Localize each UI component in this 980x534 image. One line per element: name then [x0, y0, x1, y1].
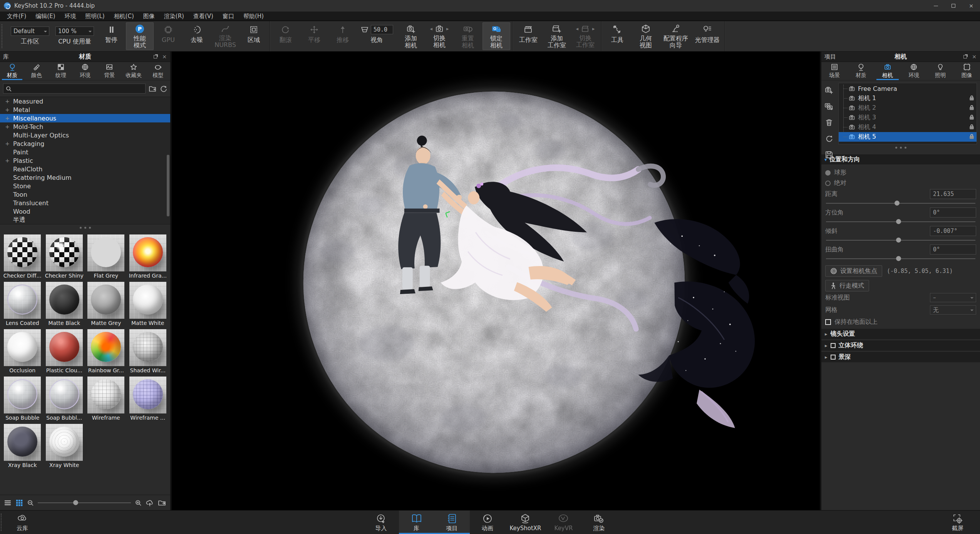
tab-colors[interactable]: 颜色 [24, 62, 49, 80]
switch-studio-button[interactable]: ◂ ▸ 切换 工作室 [571, 22, 599, 50]
material-thumbnail[interactable]: Occlusion [2, 329, 44, 373]
slider-thumb[interactable] [896, 219, 901, 224]
material-category-row[interactable]: + Measured [0, 97, 170, 105]
cpu-usage-select[interactable]: 100 % CPU 使用量 [52, 21, 97, 51]
tab-material[interactable]: 材质 [848, 62, 874, 80]
expand-icon[interactable]: + [5, 115, 10, 121]
material-thumbnail[interactable]: Matte White [127, 282, 169, 326]
cpu-usage-dropdown[interactable]: 100 % [55, 27, 94, 36]
grid-view-icon[interactable] [15, 499, 23, 507]
menu-item[interactable]: 窗口 [218, 12, 239, 21]
field-value[interactable]: 21.635 [930, 189, 976, 199]
slider-thumb[interactable] [895, 201, 900, 206]
material-category-row[interactable]: Paint [0, 148, 170, 156]
keyshotxr-button[interactable]: KeyShotXR [505, 511, 546, 534]
render-nurbs-button[interactable]: 渲染 NURBS [211, 22, 239, 50]
menu-item[interactable]: 查看(V) [189, 12, 218, 21]
dolly-button[interactable]: 推移 [329, 22, 357, 50]
region-button[interactable]: 区域 [240, 22, 268, 50]
gpu-button[interactable]: GPU [154, 22, 182, 50]
menu-item[interactable]: 渲染(R) [159, 12, 189, 21]
material-thumbnail[interactable]: Soap Bubble [2, 377, 44, 421]
fov-button[interactable]: 50.0 视角 [357, 22, 396, 50]
field-slider[interactable] [825, 218, 976, 225]
material-category-row[interactable]: RealCloth [0, 165, 170, 173]
menu-item[interactable]: 文件(F) [2, 12, 31, 21]
denoise-button[interactable]: 去噪 [183, 22, 211, 50]
library-button[interactable]: 库 [399, 511, 434, 534]
material-category-row[interactable]: + Miscellaneous [0, 114, 170, 122]
material-thumbnail[interactable]: Xray Black [2, 424, 44, 468]
material-category-row[interactable]: + Metal [0, 105, 170, 114]
add-camera-icon[interactable] [824, 85, 834, 95]
cloud-library-button[interactable]: 云库 [5, 511, 40, 534]
next-camera-arrow[interactable]: ▸ [445, 26, 450, 32]
material-category-row[interactable]: Multi-Layer Optics [0, 131, 170, 139]
position-orientation-section[interactable]: ▾ 位置和方向 [821, 154, 980, 164]
cloud-upload-icon[interactable] [146, 499, 154, 507]
lock-icon[interactable] [969, 104, 974, 112]
keep-above-ground-checkbox[interactable]: 保持在地面以上 [825, 316, 976, 328]
add-camera-button[interactable]: 添加 相机 [397, 22, 425, 50]
workspace-select[interactable]: Default 工作区 [8, 21, 52, 51]
material-category-row[interactable]: Scattering Medium [0, 173, 170, 182]
lock-icon[interactable] [969, 133, 974, 141]
maximize-button[interactable] [945, 0, 962, 12]
search-box[interactable] [3, 84, 146, 94]
close-panel-icon[interactable]: × [162, 54, 167, 59]
tumble-button[interactable]: 翻滚 [272, 22, 300, 50]
search-input[interactable] [13, 85, 143, 92]
menu-item[interactable]: 照明(L) [81, 12, 109, 21]
lock-icon[interactable] [969, 95, 974, 102]
menu-item[interactable]: 相机(C) [109, 12, 139, 21]
fov-value[interactable]: 50.0 [371, 25, 393, 34]
import-button[interactable]: 导入 [364, 511, 399, 534]
set-camera-focus-button[interactable]: 设置相机焦点 [825, 265, 882, 277]
thumbnail-size-slider-thumb[interactable] [73, 500, 78, 505]
expand-icon[interactable]: + [5, 107, 10, 113]
material-thumbnail[interactable]: Checker Diff... [2, 234, 44, 279]
zoom-out-icon[interactable] [27, 499, 34, 506]
expand-icon[interactable]: + [5, 98, 10, 104]
switch-camera-button[interactable]: ◂ ▸ 切换 相机 [426, 22, 453, 50]
menu-item[interactable]: 编辑(E) [31, 12, 60, 21]
material-category-row[interactable]: Stone [0, 182, 170, 190]
expand-icon[interactable]: + [5, 157, 10, 164]
lock-icon[interactable] [969, 114, 974, 121]
add-studio-button[interactable]: 添加 工作室 [543, 22, 571, 50]
lock-camera-button[interactable]: 锁定 相机 [482, 22, 510, 50]
material-thumbnail[interactable]: Soap Bubbl... [44, 377, 85, 421]
add-folder-icon[interactable] [149, 85, 156, 92]
material-thumbnail[interactable]: Xray White [44, 424, 85, 468]
field-slider[interactable] [825, 255, 976, 262]
delete-camera-icon[interactable] [824, 118, 834, 127]
reset-camera-button[interactable]: 重置 相机 [454, 22, 482, 50]
save-camera-icon[interactable] [824, 150, 834, 159]
pause-button[interactable]: 暂停 [97, 22, 125, 50]
radio-spherical[interactable]: 球形 [825, 167, 976, 178]
material-thumbnail[interactable]: Checker Shiny [44, 234, 85, 279]
studio-button[interactable]: 工作室 [514, 22, 542, 50]
render-viewport[interactable] [172, 52, 820, 510]
walk-mode-button[interactable]: 行走模式 [825, 280, 869, 291]
lock-icon[interactable] [969, 124, 974, 131]
float-panel-icon[interactable] [152, 54, 158, 59]
menu-item[interactable]: 环境 [60, 12, 81, 21]
material-category-row[interactable]: Wood [0, 207, 170, 216]
tab-backplates[interactable]: 背景 [97, 62, 122, 80]
tab-lighting[interactable]: 照明 [927, 62, 954, 80]
material-category-row[interactable]: + Packaging [0, 139, 170, 148]
toolbar-drag-handle[interactable] [2, 24, 5, 48]
tab-favorites[interactable]: 收藏夹 [122, 62, 146, 80]
menu-item[interactable]: 帮助(H) [239, 12, 268, 21]
export-folder-icon[interactable] [158, 499, 166, 507]
material-category-row[interactable]: 半透 [0, 216, 170, 224]
stereo-section[interactable]: ▸ 立体环绕 [821, 340, 980, 351]
tools-button[interactable]: 工具 [603, 22, 631, 50]
slider-thumb[interactable] [896, 238, 901, 243]
pan-button[interactable]: 平移 [300, 22, 328, 50]
tab-scene[interactable]: 场景 [821, 62, 848, 80]
refresh-library-icon[interactable] [159, 85, 167, 92]
camera-row[interactable]: 相机 4 [839, 122, 977, 132]
standard-view-dropdown[interactable]: – [930, 293, 976, 302]
